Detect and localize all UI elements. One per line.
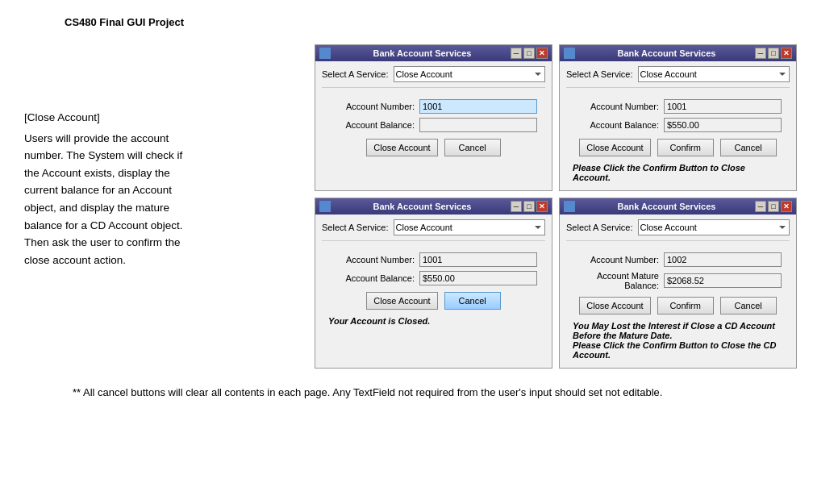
form-area-1: Account Number: Account Balance: Close A… — [322, 96, 545, 160]
buttons-row-4: Close Account Confirm Cancel — [574, 297, 782, 314]
form-area-2: Account Number: Account Balance: Close A… — [566, 96, 790, 160]
maximize-btn-1[interactable]: □ — [523, 48, 535, 59]
bottom-note-text: ** All cancel buttons will clear all con… — [73, 385, 814, 402]
buttons-row-3: Close Account Cancel — [330, 292, 537, 310]
account-balance-input-1 — [419, 118, 537, 132]
close-btn-1[interactable]: ✕ — [536, 48, 548, 59]
minimize-btn-2[interactable]: ─ — [755, 48, 766, 59]
form-row-4-1: Account Number: — [574, 252, 782, 267]
win-title-1: Bank Account Services — [334, 48, 511, 58]
maximize-btn-4[interactable]: □ — [768, 201, 779, 212]
close-btn-4[interactable]: ✕ — [781, 201, 792, 212]
account-mature-balance-input-4 — [664, 273, 782, 288]
field-label-1-1: Account Number: — [330, 102, 415, 111]
form-row-2-1: Account Number: — [574, 99, 782, 114]
win-icon-3 — [319, 201, 331, 212]
bottom-windows-row: Bank Account Services ─ □ ✕ Select A Ser… — [315, 198, 814, 369]
service-row-4: Select A Service: Close Account — [566, 219, 790, 241]
service-select-3[interactable]: Close Account — [394, 219, 545, 235]
field-label-4-2: Account Mature Balance: — [574, 271, 659, 290]
win-body-2: Select A Service: Close Account Account … — [560, 61, 796, 190]
field-label-1-2: Account Balance: — [330, 120, 415, 130]
close-btn-2[interactable]: ✕ — [781, 48, 792, 59]
right-panel: Bank Account Services ─ □ ✕ Select A Ser… — [315, 44, 814, 369]
minimize-btn-4[interactable]: ─ — [755, 201, 766, 212]
cancel-btn-4[interactable]: Cancel — [720, 297, 777, 314]
account-balance-input-3 — [419, 271, 537, 285]
status-text-4: You May Lost the Interest if Close a CD … — [566, 318, 790, 361]
minimize-btn-3[interactable]: ─ — [511, 201, 522, 212]
titlebar-4: Bank Account Services ─ □ ✕ — [560, 198, 796, 215]
form-row-1-1: Account Number: — [330, 99, 537, 114]
form-row-2-2: Account Balance: — [574, 118, 782, 132]
win-title-3: Bank Account Services — [334, 202, 511, 211]
confirm-btn-4[interactable]: Confirm — [657, 297, 714, 314]
service-label-1: Select A Service: — [322, 69, 389, 79]
buttons-row-2: Close Account Confirm Cancel — [574, 139, 782, 156]
win-body-1: Select A Service: Close Account Account … — [315, 61, 552, 166]
cancel-btn-2[interactable]: Cancel — [720, 139, 777, 156]
field-label-2-1: Account Number: — [574, 102, 659, 111]
service-select-4[interactable]: Close Account — [638, 219, 790, 235]
account-number-input-3 — [419, 252, 537, 267]
form-row-4-2: Account Mature Balance: — [574, 271, 782, 290]
confirm-btn-2[interactable]: Confirm — [657, 139, 714, 156]
titlebar-3: Bank Account Services ─ □ ✕ — [315, 198, 552, 215]
close-btn-3[interactable]: ✕ — [536, 201, 548, 212]
win-controls-4: ─ □ ✕ — [755, 201, 792, 212]
top-windows-row: Bank Account Services ─ □ ✕ Select A Ser… — [315, 44, 814, 191]
form-row-1-2: Account Balance: — [330, 118, 537, 132]
close-account-btn-4[interactable]: Close Account — [579, 297, 650, 314]
cancel-btn-3[interactable]: Cancel — [444, 292, 501, 310]
win-icon-2 — [564, 48, 575, 59]
status-text-2: Please Click the Confirm Button to Close… — [566, 160, 790, 184]
close-account-btn-2[interactable]: Close Account — [579, 139, 650, 156]
service-row-1: Select A Service: Close Account — [322, 66, 545, 88]
form-area-3: Account Number: Account Balance: Close A… — [322, 249, 545, 313]
page-title: CS480 Final GUI Project — [65, 16, 814, 28]
win-icon-1 — [319, 48, 331, 59]
win-title-2: Bank Account Services — [578, 48, 755, 58]
minimize-btn-1[interactable]: ─ — [511, 48, 522, 59]
service-label-4: Select A Service: — [566, 223, 633, 232]
win-title-4: Bank Account Services — [578, 202, 755, 211]
window-2: Bank Account Services ─ □ ✕ Select A Ser… — [559, 44, 797, 191]
titlebar-1: Bank Account Services ─ □ ✕ — [315, 45, 552, 61]
service-select-1[interactable]: Close Account — [394, 66, 545, 82]
win-controls-2: ─ □ ✕ — [755, 48, 792, 59]
field-label-3-1: Account Number: — [330, 255, 415, 264]
field-label-4-1: Account Number: — [574, 255, 659, 264]
titlebar-2: Bank Account Services ─ □ ✕ — [560, 45, 796, 61]
maximize-btn-2[interactable]: □ — [768, 48, 779, 59]
form-area-4: Account Number: Account Mature Balance: … — [566, 249, 790, 318]
win-icon-4 — [564, 201, 575, 212]
close-account-heading: [Close Account] — [24, 109, 298, 127]
account-number-input-4 — [664, 252, 782, 267]
account-balance-input-2 — [664, 118, 782, 132]
account-number-input-1[interactable] — [419, 99, 537, 114]
left-panel: [Close Account] Users will provide the a… — [24, 44, 298, 272]
form-row-3-2: Account Balance: — [330, 271, 537, 285]
window-3: Bank Account Services ─ □ ✕ Select A Ser… — [315, 198, 552, 369]
window-1: Bank Account Services ─ □ ✕ Select A Ser… — [315, 44, 552, 191]
win-body-4: Select A Service: Close Account Account … — [560, 215, 796, 368]
close-account-btn-3[interactable]: Close Account — [366, 292, 437, 310]
win-controls-1: ─ □ ✕ — [511, 48, 548, 59]
service-row-2: Select A Service: Close Account — [566, 66, 790, 88]
service-label-3: Select A Service: — [322, 223, 389, 232]
bottom-note: ** All cancel buttons will clear all con… — [24, 385, 814, 402]
service-select-2[interactable]: Close Account — [638, 66, 790, 82]
buttons-row-1: Close Account Cancel — [330, 139, 537, 156]
window-4: Bank Account Services ─ □ ✕ Select A Ser… — [559, 198, 797, 369]
maximize-btn-3[interactable]: □ — [523, 201, 535, 212]
status-text-3: Your Account is Closed. — [322, 313, 545, 327]
cancel-btn-1[interactable]: Cancel — [444, 139, 501, 156]
service-row-3: Select A Service: Close Account — [322, 219, 545, 241]
field-label-2-2: Account Balance: — [574, 120, 659, 130]
win-controls-3: ─ □ ✕ — [511, 201, 548, 212]
account-number-input-2 — [664, 99, 782, 114]
close-account-btn-1[interactable]: Close Account — [366, 139, 437, 156]
close-account-description: Users will provide the account number. T… — [24, 130, 298, 269]
service-label-2: Select A Service: — [566, 69, 633, 79]
form-row-3-1: Account Number: — [330, 252, 537, 267]
